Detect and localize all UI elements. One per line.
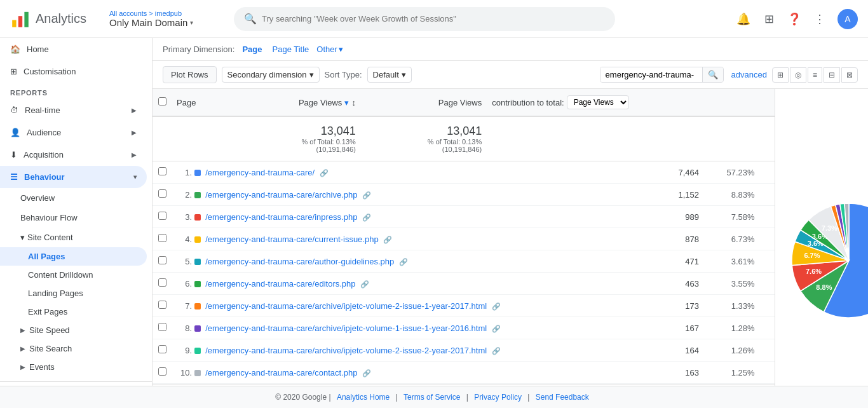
top-header: Analytics All accounts > imedpub Only Ma… [0,0,868,38]
view-list-icon[interactable]: ≡ [808,67,822,83]
page-link[interactable]: /emergency-and-trauma-care/archive/ipjet… [205,346,487,355]
sidebar-item-home-label: Home [27,44,49,54]
sidebar-sub-item-behaviour-flow[interactable]: Behaviour Flow [0,208,147,228]
page-link[interactable]: /emergency-and-trauma-care/editors.php [205,279,355,289]
sidebar-item-behaviour-label: Behaviour [24,172,65,182]
row-pct: 1.28% [704,317,760,339]
row-checkbox[interactable] [158,234,166,242]
sidebar-sub-item-overview[interactable]: Overview [0,188,147,208]
privacy-link[interactable]: Privacy Policy [474,393,522,402]
analytics-home-link[interactable]: Analytics Home [337,393,390,402]
select-all-checkbox[interactable] [158,97,166,105]
help-icon[interactable]: ❓ [787,11,802,27]
filter-input[interactable] [600,67,702,82]
behaviour-flow-label: Behaviour Flow [20,213,78,222]
logo-area: Analytics [10,9,99,29]
user-avatar[interactable]: A [837,9,858,29]
sidebar-item-audience[interactable]: 👤 Audience ▶ [0,121,147,144]
view-data-icon[interactable]: ⊞ [772,67,789,83]
sidebar-item-acquisition-label: Acquisition [24,150,64,160]
total-count2: 13,041 [366,125,482,138]
page-link[interactable]: /emergency-and-trauma-care/ [205,168,315,177]
external-link-icon[interactable]: 🔗 [362,214,371,221]
more-options-icon[interactable]: ⋮ [812,11,827,27]
page-link[interactable]: /emergency-and-trauma-care/archive/ipjet… [205,301,487,311]
external-link-icon[interactable]: 🔗 [320,169,329,177]
row-checkbox[interactable] [158,212,166,220]
advanced-link[interactable]: advanced [731,70,767,79]
row-color-dot [194,325,201,332]
sidebar-sub-sub-item-content-drilldown[interactable]: Content Drilldown [0,266,147,284]
row-checkbox[interactable] [158,345,166,353]
external-link-icon[interactable]: 🔗 [362,191,371,199]
external-link-icon[interactable]: 🔗 [360,280,369,288]
sort-type-dropdown[interactable]: Default ▾ [367,67,412,83]
external-link-icon[interactable]: 🔗 [362,369,371,377]
collapse-icon-behaviour: ▾ [133,173,137,180]
page-link[interactable]: /emergency-and-trauma-care/inpress.php [205,212,357,222]
dim-tab-page-title[interactable]: Page Title [270,43,312,55]
sidebar-item-events[interactable]: ▶ Events [0,358,152,376]
account-name-label: Only Main Domain [109,17,187,28]
page-link[interactable]: /emergency-and-trauma-care/archive/ipjet… [205,323,487,333]
row-checkbox[interactable] [158,301,166,309]
page-link[interactable]: /emergency-and-trauma-care/archive.php [205,190,357,200]
send-feedback-link[interactable]: Send Feedback [536,393,589,402]
filter-search-button[interactable]: 🔍 [702,67,723,82]
external-link-icon[interactable]: 🔗 [492,347,501,355]
view-compare-icon[interactable]: ⊟ [824,67,840,83]
home-icon: 🏠 [10,44,20,54]
sidebar-item-home[interactable]: 🏠 Home [0,38,147,60]
sidebar-item-site-search[interactable]: ▶ Site Search [0,339,152,358]
sidebar-item-customisation[interactable]: ⊞ Customisation [0,60,147,83]
view-pivot-icon[interactable]: ⊠ [841,67,858,83]
external-link-icon[interactable]: 🔗 [492,325,501,332]
row-views: 471 [659,250,704,273]
sort-down-icon: ▾ [344,98,349,107]
sidebar-item-realtime[interactable]: ⏱ Real-time ▶ [0,99,147,121]
row-checkbox[interactable] [158,278,166,287]
svg-rect-2 [24,11,28,27]
sidebar-sub-sub-item-landing-pages[interactable]: Landing Pages [0,284,147,303]
row-color-dot [194,348,201,354]
sidebar-sub-sub-item-all-pages[interactable]: All Pages [0,247,147,266]
page-link[interactable]: /emergency-and-trauma-care/current-issue… [205,235,378,244]
dim-tab-page[interactable]: Page [240,43,264,55]
sidebar-item-site-speed[interactable]: ▶ Site Speed [0,321,152,339]
table-row: 4. /emergency-and-trauma-care/current-is… [153,228,775,250]
row-checkbox[interactable] [158,167,166,175]
sidebar-item-behaviour[interactable]: ☰ Behaviour ▾ [0,166,147,188]
view-pie-icon[interactable]: ◎ [790,67,806,83]
col-pageviews-header[interactable]: Page Views ▾ ↕ [229,89,361,116]
total-range2: (10,191,846) [366,146,482,153]
contribution-select[interactable]: Page Views [567,95,629,109]
account-name-dropdown[interactable]: Only Main Domain ▾ [109,17,224,28]
search-input[interactable] [262,14,605,24]
row-checkbox[interactable] [158,256,166,264]
sidebar-sub-item-site-content[interactable]: ▾ Site Content [0,228,147,247]
row-number: 9. [177,346,192,355]
apps-icon[interactable]: ⊞ [761,11,776,27]
site-speed-label: Site Speed [29,325,70,335]
page-link[interactable]: /emergency-and-trauma-care/contact.php [205,368,357,377]
secondary-dimension-dropdown[interactable]: Secondary dimension ▾ [222,67,320,83]
row-pct: 1.26% [704,339,760,362]
row-checkbox[interactable] [158,367,166,376]
terms-link[interactable]: Terms of Service [403,393,460,402]
svg-rect-0 [12,20,16,27]
external-link-icon[interactable]: 🔗 [399,258,408,266]
global-search-bar[interactable]: 🔍 [234,7,615,31]
row-checkbox[interactable] [158,189,166,198]
sidebar-item-acquisition[interactable]: ⬇ Acquisition ▶ [0,144,147,166]
external-link-icon[interactable]: 🔗 [492,303,501,310]
plot-rows-button[interactable]: Plot Rows [163,66,217,83]
table-search-filter[interactable]: 🔍 [600,67,724,83]
external-link-icon[interactable]: 🔗 [383,236,392,243]
sidebar-sub-sub-item-exit-pages[interactable]: Exit Pages [0,303,147,321]
dim-tab-other[interactable]: Other ▾ [316,44,343,54]
notification-icon[interactable]: 🔔 [736,11,751,27]
account-selector[interactable]: All accounts > imedpub Only Main Domain … [109,10,224,28]
table-container: Page Page Views ▾ ↕ Page Views [153,89,868,386]
page-link[interactable]: /emergency-and-trauma-care/author-guidel… [205,257,394,266]
row-checkbox[interactable] [158,323,166,331]
